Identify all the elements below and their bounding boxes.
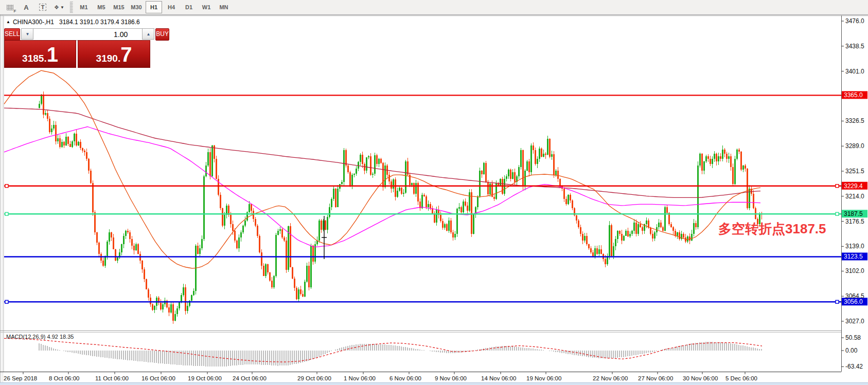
candle-body	[51, 129, 52, 132]
sell-price-box[interactable]: 3185.1	[4, 40, 76, 68]
candle-body	[45, 113, 46, 115]
candle-body	[675, 231, 676, 235]
candle-body	[74, 134, 75, 142]
candle-body	[537, 159, 538, 164]
candle-body	[263, 266, 264, 276]
time-tick-label: 5 Dec 06:00	[725, 375, 757, 381]
price-tick-label: 3102.0	[845, 267, 864, 274]
sell-price-big-digit: 1	[47, 44, 58, 65]
candle-body	[277, 231, 279, 235]
candle-body	[428, 204, 429, 207]
candle-body	[395, 179, 396, 197]
line-handle[interactable]	[5, 212, 8, 215]
buy-button[interactable]: BUY	[155, 28, 169, 41]
candle-body	[230, 215, 232, 224]
candle-body	[415, 183, 417, 194]
price-tick-label: 3139.0	[845, 243, 864, 250]
candle-body	[489, 184, 491, 194]
candle-body	[148, 289, 149, 298]
candle-body	[539, 149, 540, 159]
svg-text:3123.5: 3123.5	[844, 253, 863, 260]
candle-body	[722, 150, 723, 159]
candle-body	[399, 188, 400, 191]
candle-body	[96, 232, 98, 243]
candle-body	[199, 248, 201, 253]
candle-body	[530, 145, 532, 172]
time-tick-label: 16 Oct 06:00	[141, 375, 175, 381]
chart-text-annotation[interactable]: 多空转折点3187.5	[718, 220, 826, 238]
candle-body	[294, 279, 295, 288]
candle-body	[637, 224, 639, 233]
candle-body	[541, 149, 542, 157]
candle-body	[454, 234, 456, 238]
candle-body	[689, 236, 690, 241]
candle-body	[393, 179, 394, 189]
candle-body	[164, 301, 166, 305]
candle-body	[487, 182, 489, 194]
candle-body	[281, 229, 283, 238]
candle-body	[69, 144, 71, 146]
candle-body	[426, 196, 427, 207]
candle-body	[195, 246, 197, 291]
candle-body	[117, 258, 118, 260]
candle-body	[594, 248, 596, 256]
volume-increase-button[interactable]: ▲	[142, 28, 154, 40]
candle-body	[92, 183, 94, 212]
candle-body	[193, 291, 194, 295]
candle-body	[586, 236, 588, 245]
candle-body	[372, 174, 374, 175]
candle-body	[710, 159, 711, 164]
candle-body	[187, 306, 188, 311]
candle-body	[102, 261, 104, 266]
candle-body	[98, 243, 100, 254]
candles-layer	[39, 91, 763, 324]
candle-body	[633, 223, 635, 231]
candle-body	[707, 156, 709, 159]
candle-body	[555, 171, 557, 175]
volume-decrease-button[interactable]: ▼	[21, 28, 33, 40]
candle-body	[732, 167, 734, 185]
buy-price-box[interactable]: 3190.7	[78, 40, 150, 68]
candle-body	[329, 207, 330, 217]
candle-body	[312, 246, 314, 262]
time-tick-label: 14 Nov 06:00	[481, 375, 516, 381]
candle-body	[559, 179, 561, 186]
candle-body	[137, 244, 139, 253]
candle-body	[72, 141, 73, 146]
candle-body	[310, 246, 312, 287]
line-handle[interactable]	[836, 185, 839, 188]
candle-body	[300, 289, 302, 294]
candle-body	[333, 189, 334, 199]
candle-body	[172, 304, 174, 320]
candle-body	[240, 232, 242, 237]
time-tick-label: 26 Sep 2018	[4, 375, 37, 381]
price-tick-label: 3176.5	[845, 218, 864, 225]
candle-body	[625, 231, 627, 235]
candle-body	[284, 237, 285, 240]
candle-body	[598, 249, 600, 254]
candle-body	[90, 171, 92, 182]
candle-body	[580, 227, 581, 234]
candle-body	[469, 192, 470, 211]
line-handle[interactable]	[836, 300, 839, 303]
candle-body	[179, 302, 180, 308]
candle-body	[452, 232, 454, 237]
candle-body	[557, 171, 559, 179]
candle-body	[306, 266, 308, 282]
candle-body	[623, 236, 625, 241]
line-handle[interactable]	[5, 300, 8, 303]
svg-text:3187.5: 3187.5	[844, 210, 863, 217]
time-tick-label: 29 Oct 06:00	[297, 375, 331, 381]
volume-input[interactable]	[33, 28, 142, 41]
candle-body	[222, 208, 223, 226]
candle-body	[590, 248, 592, 252]
time-tick-label: 1 Nov 06:00	[344, 375, 376, 381]
sell-button[interactable]: SELL	[4, 28, 20, 41]
macd-histogram	[39, 342, 761, 366]
line-handle[interactable]	[5, 185, 8, 188]
candle-body	[269, 272, 271, 281]
candle-body	[257, 226, 258, 236]
line-handle[interactable]	[836, 212, 839, 215]
candle-body	[528, 161, 530, 172]
candle-body	[242, 226, 244, 232]
